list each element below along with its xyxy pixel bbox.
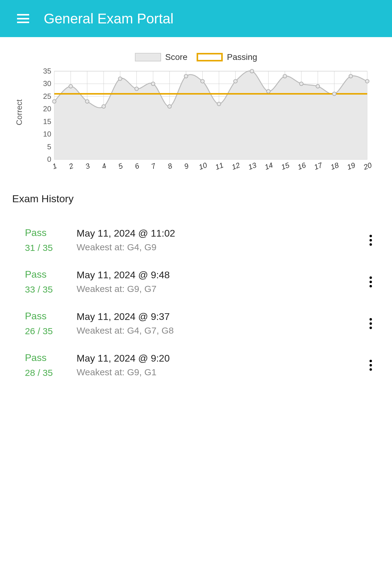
history-item[interactable]: Pass 31 / 35 May 11, 2024 @ 11:02 Weakes… [12,219,380,261]
svg-point-70 [250,69,254,73]
svg-text:30: 30 [43,79,51,88]
svg-text:15: 15 [280,161,291,172]
svg-point-59 [69,85,73,88]
history-item[interactable]: Pass 26 / 35 May 11, 2024 @ 9:37 Weakest… [12,303,380,344]
more-menu-button[interactable] [362,318,380,329]
history-center: May 11, 2024 @ 9:37 Weakest at: G4, G7, … [77,311,362,336]
svg-point-74 [316,85,320,88]
history-item[interactable]: Pass 33 / 35 May 11, 2024 @ 9:48 Weakest… [12,261,380,303]
svg-text:11: 11 [214,161,225,172]
svg-point-67 [201,79,204,83]
more-menu-button[interactable] [362,276,380,287]
svg-text:19: 19 [346,161,356,172]
history-item[interactable]: Pass 28 / 35 May 11, 2024 @ 9:20 Weakest… [12,344,380,386]
svg-text:1: 1 [51,161,58,171]
svg-text:3: 3 [84,161,91,171]
chart-container: Score Passing Correct 051015202530351234… [0,37,392,184]
history-left: Pass 33 / 35 [25,269,77,295]
legend-score: Score [135,52,187,62]
history-left: Pass 31 / 35 [25,227,77,253]
svg-point-76 [349,75,352,78]
history-date: May 11, 2024 @ 9:48 [77,269,362,281]
svg-point-58 [53,99,56,103]
svg-text:4: 4 [101,161,107,171]
legend-swatch-passing [197,53,223,61]
svg-point-73 [300,82,303,85]
history-title: Exam History [12,193,380,205]
svg-point-65 [168,105,171,108]
svg-text:15: 15 [43,117,51,126]
legend-label-score: Score [165,52,187,62]
svg-text:8: 8 [167,161,173,171]
history-left: Pass 26 / 35 [25,310,77,336]
history-score: 31 / 35 [25,243,77,253]
svg-text:13: 13 [247,161,258,172]
legend-label-passing: Passing [227,52,257,62]
history-list: Pass 31 / 35 May 11, 2024 @ 11:02 Weakes… [12,219,380,386]
history-weak: Weakest at: G4, G9 [77,242,362,252]
svg-point-71 [266,89,270,93]
svg-text:20: 20 [362,161,373,172]
history-left: Pass 28 / 35 [25,352,77,378]
svg-text:35: 35 [43,68,51,75]
svg-text:0: 0 [47,155,51,163]
svg-point-69 [234,79,237,83]
history-score: 28 / 35 [25,368,77,378]
history-status: Pass [25,269,77,280]
dots-vertical-icon [370,235,372,246]
svg-text:16: 16 [297,161,307,172]
svg-text:10: 10 [43,130,51,138]
dots-vertical-icon [370,360,372,371]
history-status: Pass [25,310,77,322]
app-header: General Exam Portal [0,0,392,37]
app-title: General Exam Portal [44,10,174,27]
history-weak: Weakest at: G9, G1 [77,367,362,377]
svg-point-77 [366,79,369,83]
svg-text:5: 5 [47,143,51,151]
svg-point-66 [184,75,188,78]
history-date: May 11, 2024 @ 9:37 [77,311,362,322]
svg-text:9: 9 [183,161,190,171]
chart-legend: Score Passing [12,52,380,62]
legend-swatch-score [135,53,161,61]
history-section: Exam History Pass 31 / 35 May 11, 2024 @… [0,184,392,398]
history-center: May 11, 2024 @ 9:48 Weakest at: G9, G7 [77,269,362,294]
svg-text:20: 20 [43,105,51,113]
chart-svg: 0510152025303512345678910111213141516171… [26,68,380,178]
svg-text:10: 10 [198,161,208,172]
dots-vertical-icon [370,318,372,329]
svg-point-64 [151,82,155,85]
svg-text:18: 18 [329,161,340,172]
svg-point-62 [118,77,122,81]
svg-text:5: 5 [117,161,124,171]
svg-point-61 [102,105,105,108]
y-axis-label: Correct [12,68,26,156]
svg-point-75 [332,92,336,96]
svg-text:7: 7 [150,161,157,171]
chart-area: Correct 05101520253035123456789101112131… [12,68,380,178]
history-status: Pass [25,352,77,363]
history-center: May 11, 2024 @ 9:20 Weakest at: G9, G1 [77,353,362,377]
chart-plot: 0510152025303512345678910111213141516171… [26,68,380,178]
svg-text:2: 2 [67,161,74,171]
svg-text:17: 17 [313,161,324,171]
more-menu-button[interactable] [362,360,380,371]
menu-icon[interactable] [17,14,29,23]
history-score: 33 / 35 [25,284,77,295]
svg-point-72 [283,75,287,78]
dots-vertical-icon [370,276,372,287]
svg-text:6: 6 [134,161,140,171]
more-menu-button[interactable] [362,235,380,246]
svg-point-63 [135,87,139,91]
history-date: May 11, 2024 @ 11:02 [77,228,362,239]
history-weak: Weakest at: G4, G7, G8 [77,325,362,336]
svg-text:14: 14 [263,161,274,172]
history-center: May 11, 2024 @ 11:02 Weakest at: G4, G9 [77,228,362,252]
svg-text:12: 12 [231,161,241,172]
svg-point-68 [217,102,221,106]
history-date: May 11, 2024 @ 9:20 [77,353,362,364]
history-score: 26 / 35 [25,326,77,336]
svg-point-60 [85,99,89,103]
history-status: Pass [25,227,77,238]
history-weak: Weakest at: G9, G7 [77,284,362,294]
